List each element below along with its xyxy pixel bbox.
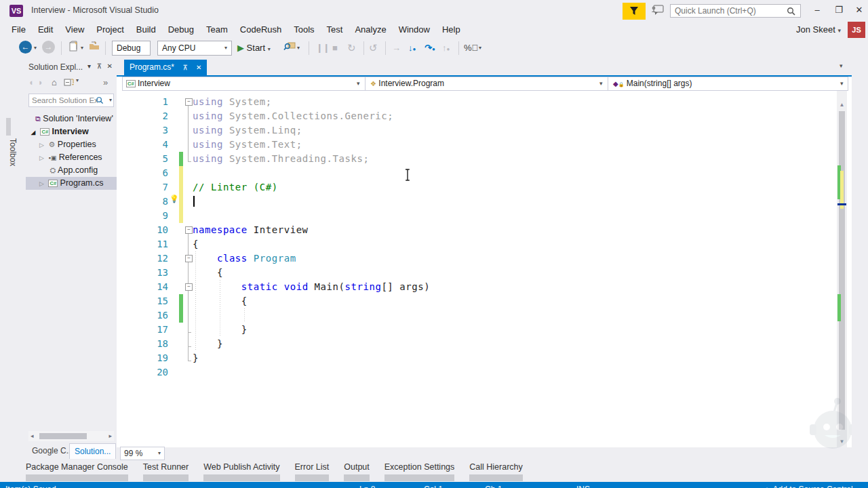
solution-search-input[interactable]: Search Solution Ex ▾ xyxy=(28,94,114,107)
bottom-panel-tab[interactable]: Error List xyxy=(295,462,330,483)
restore-button[interactable]: ❐ xyxy=(830,3,848,18)
bottom-panel-tab[interactable]: Exception Settings xyxy=(384,462,455,483)
home-icon[interactable]: ⌂ xyxy=(52,77,57,87)
expander-icon[interactable]: ▷ xyxy=(39,178,46,190)
step-into-button[interactable]: ↓● xyxy=(408,41,416,56)
menu-item[interactable]: Team xyxy=(200,22,234,38)
collapse-dropdown-icon[interactable]: ▾ xyxy=(76,77,79,83)
tab-solution-explorer[interactable]: Solution... xyxy=(69,443,116,459)
code-line[interactable]: } xyxy=(193,337,223,351)
user-menu[interactable]: Jon Skeet ▾ xyxy=(796,24,841,35)
menu-item[interactable]: Test xyxy=(321,22,349,38)
scrollbar-thumb[interactable] xyxy=(39,433,87,439)
bottom-panel-tab[interactable]: Package Manager Console xyxy=(26,462,128,483)
refresh-button[interactable]: ↺ xyxy=(369,41,378,56)
menu-item[interactable]: Project xyxy=(90,22,130,38)
expander-icon[interactable]: ▷ xyxy=(39,139,46,151)
bottom-panel-tab[interactable]: Output xyxy=(344,462,370,483)
close-button[interactable]: ✕ xyxy=(850,3,868,18)
code-line[interactable]: class Program xyxy=(193,251,296,266)
screen-filter-icon[interactable] xyxy=(623,3,646,20)
menu-item[interactable]: Edit xyxy=(32,22,59,38)
new-project-icon[interactable] xyxy=(68,41,79,56)
step-out-button[interactable]: ↑● xyxy=(442,41,450,56)
close-panel-icon[interactable]: ✕ xyxy=(107,62,113,70)
editor-zoom-select[interactable]: 99 % ▾ xyxy=(120,447,165,460)
feedback-icon[interactable] xyxy=(651,4,666,18)
lightbulb-icon[interactable]: 💡 xyxy=(170,195,179,203)
expander-icon[interactable]: ▷ xyxy=(39,152,46,164)
navbar-member-select[interactable]: ◆🔒 Main(string[] args) xyxy=(613,77,692,90)
pin-icon[interactable]: ⊼ xyxy=(182,64,187,71)
restart-button[interactable]: ↻ xyxy=(347,41,356,56)
code-line[interactable]: using System.Threading.Tasks; xyxy=(193,152,369,166)
toolbox-tab[interactable]: Toolbox xyxy=(8,138,18,166)
avatar[interactable]: JS xyxy=(848,22,865,38)
fold-collapse-icon[interactable]: − xyxy=(185,255,193,262)
tree-item-solution[interactable]: ⧉ Solution 'Interview' xyxy=(26,113,117,125)
code-line[interactable]: } xyxy=(193,323,248,337)
code-line[interactable]: { xyxy=(193,237,199,251)
expander-open-icon[interactable]: ◢ xyxy=(31,126,38,138)
menu-item[interactable]: Debug xyxy=(162,22,200,38)
stop-button[interactable]: ■ xyxy=(332,41,338,56)
chevron-down-icon[interactable]: ▾ xyxy=(840,77,844,90)
menu-item[interactable]: File xyxy=(5,22,32,38)
code-area[interactable]: 1−using System;2using System.Collections… xyxy=(117,91,835,447)
document-tab-programcs[interactable]: Program.cs* ⊼ ✕ xyxy=(124,60,207,75)
menu-item[interactable]: Help xyxy=(436,22,467,38)
tree-item-properties[interactable]: ▷ ⚙ Properties xyxy=(26,138,117,151)
code-line[interactable]: { xyxy=(193,266,223,280)
menu-item[interactable]: View xyxy=(59,22,90,38)
bottom-panel-tab[interactable]: Web Publish Activity xyxy=(203,462,279,483)
se-overflow-icon[interactable]: » xyxy=(103,77,108,87)
code-line[interactable]: using System.Linq; xyxy=(193,123,302,138)
solution-platform-select[interactable]: Any CPU▾ xyxy=(157,41,232,56)
navbar-project-select[interactable]: C# Interview xyxy=(126,77,170,90)
code-line[interactable]: { xyxy=(193,294,248,308)
fold-collapse-icon[interactable]: − xyxy=(185,98,193,106)
scroll-right-icon[interactable]: ▸ xyxy=(108,432,112,439)
scroll-left-icon[interactable]: ◂ xyxy=(31,432,34,439)
quick-launch-input[interactable] xyxy=(670,4,801,18)
panel-menu-icon[interactable]: ▾ xyxy=(87,62,91,70)
se-forward-icon[interactable]: ◗ xyxy=(38,77,43,87)
menu-item[interactable]: Analyze xyxy=(349,22,392,38)
code-line[interactable]: namespace Interview xyxy=(193,223,309,237)
minimize-button[interactable]: – xyxy=(808,3,826,18)
menu-item[interactable]: CodeRush xyxy=(234,22,288,38)
add-to-source-control-button[interactable]: ▲ Add to Source Control ▾ xyxy=(763,485,859,488)
navigate-back-dropdown-icon[interactable]: ▾ xyxy=(34,41,37,56)
bottom-panel-tab[interactable]: Test Runner xyxy=(143,462,189,483)
collapse-all-icon[interactable] xyxy=(64,77,74,89)
code-line[interactable]: } xyxy=(193,351,199,365)
code-line[interactable]: using System.Collections.Generic; xyxy=(193,109,393,123)
navigate-forward-button[interactable]: → xyxy=(42,41,55,54)
code-line[interactable]: static void Main(string[] args) xyxy=(193,280,430,294)
tree-item-programcs[interactable]: ▷ C# Program.cs xyxy=(26,177,117,190)
scrollbar-thumb[interactable] xyxy=(839,111,845,430)
search-options-icon[interactable]: ▾ xyxy=(109,94,112,106)
tree-item-references[interactable]: ▷ ▪▣ References xyxy=(26,151,117,164)
code-line[interactable]: using System; xyxy=(193,95,272,109)
attach-to-process-icon[interactable] xyxy=(283,41,296,56)
solution-configuration-select[interactable]: Debug▾ xyxy=(112,41,151,56)
open-file-icon[interactable] xyxy=(89,41,100,56)
search-icon[interactable] xyxy=(96,96,104,108)
navbar-type-select[interactable]: ❖ Interview.Program xyxy=(370,77,444,90)
tree-item-appconfig[interactable]: ⛭ App.config xyxy=(26,164,117,177)
toolbox-tab-grip[interactable] xyxy=(6,118,11,136)
new-project-dropdown-icon[interactable]: ▾ xyxy=(81,41,83,56)
pause-button[interactable]: ❙❙ xyxy=(316,41,330,56)
menu-item[interactable]: Tools xyxy=(288,22,320,38)
editor-vertical-scrollbar[interactable]: ▲ ▼ xyxy=(837,91,847,447)
chevron-down-icon[interactable]: ▾ xyxy=(599,77,603,90)
tab-list-dropdown-icon[interactable]: ▾ xyxy=(840,62,843,69)
chevron-down-icon[interactable]: ▾ xyxy=(357,77,360,90)
scroll-up-icon[interactable]: ▲ xyxy=(837,102,847,108)
search-icon[interactable] xyxy=(787,6,795,18)
code-line[interactable]: // Linter (C#) xyxy=(193,180,278,195)
fold-collapse-icon[interactable]: − xyxy=(185,283,193,291)
menu-item[interactable]: Window xyxy=(393,22,436,38)
toolbar-overflow-icon[interactable]: ▾ xyxy=(297,41,300,56)
